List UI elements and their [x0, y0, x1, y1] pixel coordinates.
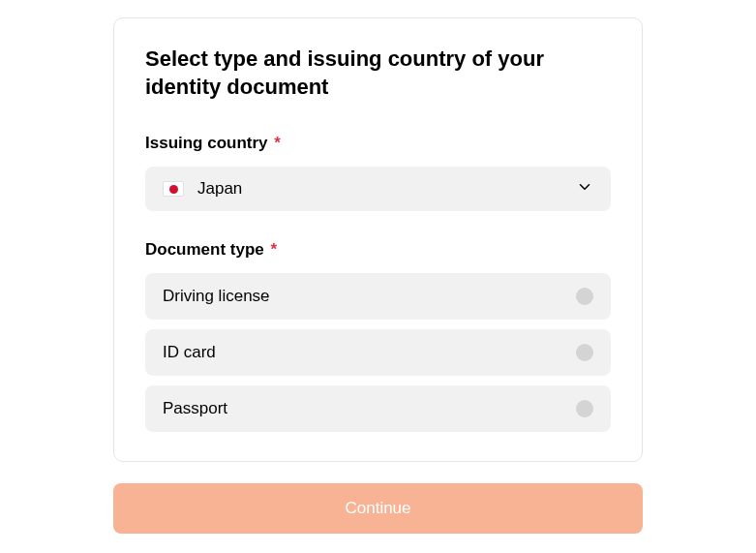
- document-selection-card: Select type and issuing country of your …: [113, 17, 643, 462]
- option-driving-license[interactable]: Driving license: [145, 273, 611, 320]
- document-type-group: Document type * Driving license ID card …: [145, 240, 611, 432]
- issuing-country-select[interactable]: Japan: [145, 167, 611, 211]
- issuing-country-label: Issuing country: [145, 134, 268, 152]
- document-type-options: Driving license ID card Passport: [145, 273, 611, 432]
- chevron-down-icon: [576, 178, 593, 200]
- required-asterisk: *: [274, 134, 281, 152]
- document-type-label: Document type: [145, 240, 264, 259]
- radio-icon: [576, 288, 593, 305]
- page-title: Select type and issuing country of your …: [145, 46, 611, 101]
- option-label: Driving license: [163, 287, 270, 306]
- radio-icon: [576, 344, 593, 361]
- issuing-country-value: Japan: [197, 179, 242, 199]
- japan-flag-icon: [163, 181, 184, 197]
- issuing-country-group: Issuing country * Japan: [145, 134, 611, 211]
- select-left: Japan: [163, 179, 242, 199]
- radio-icon: [576, 400, 593, 417]
- continue-button[interactable]: Continue: [113, 483, 643, 534]
- option-passport[interactable]: Passport: [145, 385, 611, 432]
- option-id-card[interactable]: ID card: [145, 329, 611, 376]
- option-label: Passport: [163, 399, 227, 418]
- issuing-country-label-row: Issuing country *: [145, 134, 611, 153]
- option-label: ID card: [163, 343, 216, 362]
- required-asterisk: *: [271, 240, 278, 259]
- document-type-label-row: Document type *: [145, 240, 611, 260]
